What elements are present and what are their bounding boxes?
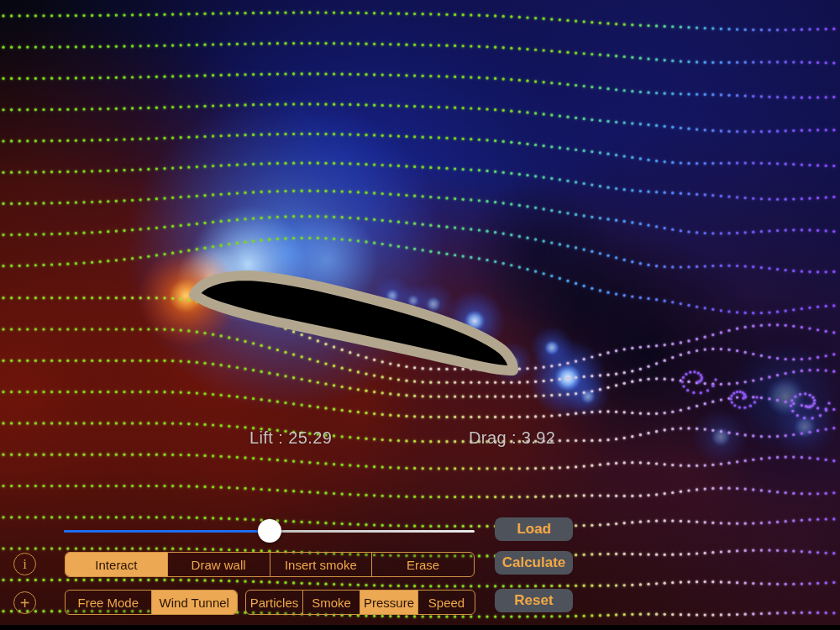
tab-draw-wall[interactable]: Draw wall <box>167 553 270 576</box>
tab-erase[interactable]: Erase <box>371 553 474 576</box>
plus-icon: + <box>20 595 30 612</box>
lift-readout: Lift : 25.29 <box>249 428 332 448</box>
add-button[interactable]: + <box>13 591 36 614</box>
wind-tunnel-app: Lift : 25.29 Drag : 3.92 i + Interact Dr… <box>0 0 840 630</box>
tab-insert-smoke[interactable]: Insert smoke <box>270 553 372 576</box>
tab-smoke[interactable]: Smoke <box>302 591 360 614</box>
reset-button[interactable]: Reset <box>495 589 573 612</box>
tab-pressure[interactable]: Pressure <box>360 591 417 614</box>
mode-tabs: Free Mode Wind Tunnel <box>65 590 238 615</box>
info-icon: i <box>23 556 27 573</box>
speed-slider-thumb[interactable] <box>258 519 281 543</box>
bottom-strip <box>0 625 840 630</box>
load-button[interactable]: Load <box>495 517 573 541</box>
tab-interact[interactable]: Interact <box>66 553 167 576</box>
calculate-button[interactable]: Calculate <box>495 551 573 575</box>
view-tabs: Particles Smoke Pressure Speed <box>245 590 475 615</box>
tab-speed[interactable]: Speed <box>417 591 475 614</box>
simulation-canvas[interactable] <box>0 0 840 630</box>
tab-wind-tunnel[interactable]: Wind Tunnel <box>151 591 238 614</box>
tool-tabs: Interact Draw wall Insert smoke Erase <box>65 552 475 577</box>
tab-particles[interactable]: Particles <box>246 591 302 614</box>
drag-readout: Drag : 3.92 <box>469 428 555 448</box>
speed-slider-fill <box>64 530 270 533</box>
tab-free-mode[interactable]: Free Mode <box>66 591 151 614</box>
info-button[interactable]: i <box>13 553 36 575</box>
